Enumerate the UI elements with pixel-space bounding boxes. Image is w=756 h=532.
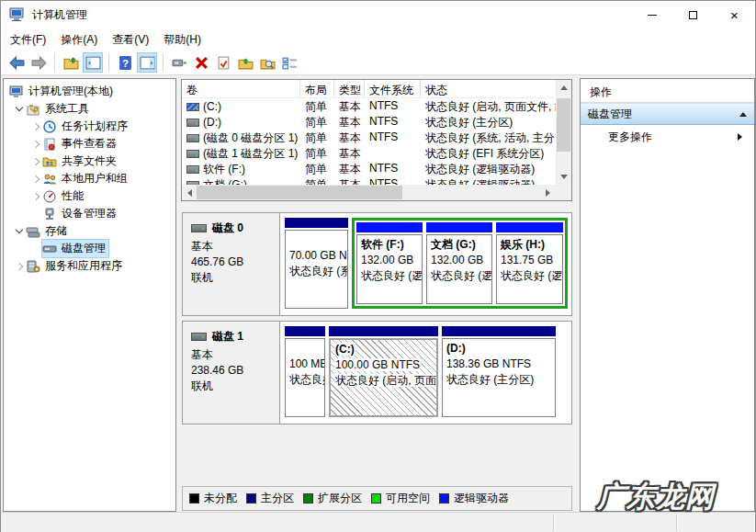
partition-disk0-1[interactable]: 70.00 GB N 状态良好 (系 <box>285 218 348 309</box>
delete-icon[interactable] <box>191 52 211 73</box>
up-level-icon[interactable] <box>61 52 81 73</box>
tree-item-local-users-groups[interactable]: 本地用户和组 <box>4 170 175 187</box>
volume-name: 文档 (G:) <box>203 177 247 186</box>
chevron-down-icon[interactable] <box>13 230 26 232</box>
volume-row-d[interactable]: (D:) 简单 基本 NTFS 状态良好 (主分区) <box>182 114 556 130</box>
volume-type: 基本 <box>334 98 365 114</box>
volume-status: 状态良好 (逻辑驱动器) <box>421 176 556 185</box>
scroll-down-icon[interactable] <box>556 169 571 185</box>
tree-item-label: 计算机管理(本地) <box>26 83 116 100</box>
check-page-icon[interactable] <box>213 52 233 73</box>
volume-type: 基本 <box>334 161 365 176</box>
properties-list-icon[interactable] <box>279 52 299 73</box>
partition-h[interactable]: 娱乐 (H:) 131.75 GB 状态良好 (逻辑 <box>496 222 563 304</box>
column-header-volume[interactable]: 卷 <box>182 80 300 97</box>
tree-item-system-tools[interactable]: 系统工具 <box>4 100 175 118</box>
tree-item-task-scheduler[interactable]: 任务计划程序 <box>4 118 175 135</box>
partition-type-bar <box>285 326 325 336</box>
menu-file[interactable]: 文件(F) <box>3 28 53 51</box>
partition-g[interactable]: 文档 (G:) 132.00 GB 状态良好 (逻辑 <box>426 222 492 304</box>
scrollbar-thumb[interactable] <box>557 98 570 152</box>
chevron-right-icon[interactable] <box>13 264 26 269</box>
console-icon[interactable] <box>169 52 189 73</box>
minimize-button[interactable] <box>631 1 672 28</box>
volume-icon <box>186 119 199 127</box>
search-folder-icon[interactable] <box>257 52 277 73</box>
volume-row-disk1-part1[interactable]: (磁盘 1 磁盘分区 1) 简单 基本 状态良好 (EFI 系统分区) <box>182 145 556 161</box>
volume-name: (磁盘 0 磁盘分区 1) <box>203 130 298 146</box>
vertical-scrollbar[interactable] <box>556 80 571 185</box>
scrollbar-thumb[interactable] <box>197 186 402 199</box>
storage-icon <box>26 224 42 239</box>
forward-icon[interactable] <box>28 52 49 73</box>
partition-f[interactable]: 软件 (F:) 132.00 GB 状态良好 (逻辑 <box>356 222 423 304</box>
tree-item-label: 性能 <box>59 187 86 205</box>
tree-item-shared-folders[interactable]: 共享文件夹 <box>4 153 175 170</box>
help-icon[interactable]: ? <box>115 52 135 73</box>
scroll-left-icon[interactable] <box>182 185 197 200</box>
legend-label: 未分配 <box>204 491 237 506</box>
task-scheduler-icon <box>42 119 59 134</box>
tree-item-storage[interactable]: 存储 <box>4 222 175 240</box>
scroll-up-icon[interactable] <box>556 80 571 96</box>
partition-c[interactable]: (C:) 100.00 GB NTFS 状态良好 (启动, 页面文 <box>329 326 438 417</box>
tree-item-device-manager[interactable]: 设备管理器 <box>4 205 175 222</box>
tree-item-performance[interactable]: 性能 <box>4 187 175 205</box>
toolbar: ? <box>1 51 755 75</box>
volume-status: 状态良好 (系统, 活动, 主分 <box>421 130 556 145</box>
volume-type: 基本 <box>334 114 365 130</box>
local-users-icon <box>42 172 59 187</box>
action-pane-icon[interactable] <box>137 52 157 73</box>
partition-efi[interactable]: 100 MB 状态良好 <box>285 326 325 417</box>
chevron-right-icon[interactable] <box>29 124 42 130</box>
disk-1-header[interactable]: 磁盘 1 基本 238.46 GB 联机 <box>183 322 280 424</box>
disk-icon <box>191 224 207 232</box>
export-icon[interactable] <box>235 52 255 73</box>
selected-partition-box[interactable]: (C:) 100.00 GB NTFS 状态良好 (启动, 页面文 <box>329 338 438 417</box>
volume-filesystem: NTFS <box>365 114 421 130</box>
chevron-right-icon[interactable] <box>29 159 42 164</box>
back-icon[interactable] <box>6 52 27 73</box>
tree-item-services-applications[interactable]: 服务和应用程序 <box>4 257 175 275</box>
chevron-down-icon[interactable] <box>13 108 26 110</box>
menu-view[interactable]: 查看(V) <box>105 28 156 51</box>
collapse-icon[interactable] <box>739 108 747 117</box>
column-header-layout[interactable]: 布局 <box>300 80 334 97</box>
tree-item-computer-management[interactable]: 计算机管理(本地) <box>4 83 175 100</box>
chevron-right-icon[interactable] <box>29 176 42 182</box>
volume-status: 状态良好 (启动, 页面文件, 故 <box>421 98 556 114</box>
menu-help[interactable]: 帮助(H) <box>156 28 209 51</box>
volume-row-g[interactable]: 文档 (G:) 简单 基本 NTFS 状态良好 (逻辑驱动器) <box>182 176 556 185</box>
volume-row-c[interactable]: (C:) 简单 基本 NTFS 状态良好 (启动, 页面文件, 故 <box>182 98 556 114</box>
column-header-status[interactable]: 状态 <box>421 80 571 97</box>
volume-filesystem <box>365 145 421 161</box>
console-tree-icon[interactable] <box>83 52 103 73</box>
partition-name: (D:) <box>446 341 551 357</box>
maximize-button[interactable] <box>672 1 714 28</box>
partition-size: 138.36 GB NTFS <box>446 357 551 372</box>
tree-item-label: 存储 <box>42 222 70 240</box>
legend-label: 逻辑驱动器 <box>454 491 509 506</box>
chevron-right-icon[interactable] <box>29 194 42 199</box>
chevron-right-icon[interactable] <box>29 141 42 147</box>
more-actions-item[interactable]: 更多操作 <box>581 125 754 149</box>
column-header-filesystem[interactable]: 文件系统 <box>365 80 421 97</box>
column-header-type[interactable]: 类型 <box>334 80 365 97</box>
actions-group-disk-management[interactable]: 磁盘管理 <box>581 103 754 125</box>
partition-d[interactable]: (D:) 138.36 GB NTFS 状态良好 (主分区) <box>442 326 556 417</box>
legend-unallocated: 未分配 <box>189 491 237 506</box>
close-button[interactable]: × <box>714 1 755 28</box>
horizontal-scrollbar[interactable] <box>182 185 556 200</box>
partition-type-bar <box>426 222 492 232</box>
tree-item-disk-management[interactable]: 磁盘管理 <box>4 240 175 257</box>
volume-row-disk0-part1[interactable]: (磁盘 0 磁盘分区 1) 简单 基本 NTFS 状态良好 (系统, 活动, 主… <box>182 130 556 145</box>
scrollbar-corner <box>556 185 571 200</box>
volume-layout: 简单 <box>300 114 334 130</box>
computer-icon <box>9 85 26 99</box>
scroll-right-icon[interactable] <box>540 185 556 200</box>
window-title: 计算机管理 <box>32 7 87 23</box>
menu-action[interactable]: 操作(A) <box>53 28 105 51</box>
disk-0-header[interactable]: 磁盘 0 基本 465.76 GB 联机 <box>183 213 280 315</box>
volume-row-f[interactable]: 软件 (F:) 简单 基本 NTFS 状态良好 (逻辑驱动器) <box>182 161 556 176</box>
tree-item-event-viewer[interactable]: 事件查看器 <box>4 135 175 153</box>
